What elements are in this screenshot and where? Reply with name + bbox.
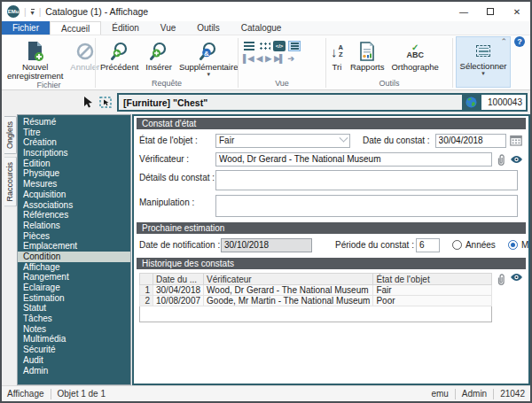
period-input[interactable] xyxy=(416,238,440,252)
select-region-tool-icon[interactable] xyxy=(99,97,112,108)
status-column-header[interactable]: État de l'objet xyxy=(373,274,492,285)
details-textarea[interactable] xyxy=(215,170,518,190)
pointer-tool-icon[interactable] xyxy=(83,97,93,108)
tab-catalogue[interactable]: Catalogue xyxy=(231,21,293,35)
insert-button[interactable]: Insérer xyxy=(142,38,176,72)
row-number-header[interactable] xyxy=(140,274,153,285)
object-status-dropdown[interactable]: Fair xyxy=(215,134,350,148)
table-row[interactable]: 130/04/2018Wood, Dr Gerard - The Nationa… xyxy=(140,285,492,296)
handling-textarea[interactable] xyxy=(215,195,518,217)
previous-query-button[interactable]: Précédent xyxy=(97,38,142,72)
tab-accueil[interactable]: Accueil xyxy=(50,21,101,35)
view-attachment-eye-icon[interactable] xyxy=(510,273,523,282)
sidebar-item-mesures[interactable]: Mesures xyxy=(18,179,130,190)
radio-years[interactable]: Années xyxy=(452,240,496,250)
insert-icon xyxy=(149,40,168,63)
sidebar-item-affichage[interactable]: Affichage xyxy=(18,262,130,273)
table-cell: 2 xyxy=(140,296,153,306)
tab-vue[interactable]: Vue xyxy=(150,21,186,35)
section-header-historique: Historique des constats xyxy=(137,258,526,269)
table-cell: 1 xyxy=(140,285,153,296)
sidebar-item-relations[interactable]: Relations xyxy=(18,221,130,231)
goto-record-icon[interactable]: ➔ xyxy=(287,54,294,63)
table-row[interactable]: 210/08/2007Goode, Mr Martin - The Nation… xyxy=(140,296,492,306)
object-status-value: Fair xyxy=(219,136,234,145)
sidebar-item-acquisition[interactable]: Acquisition xyxy=(18,190,130,200)
notify-date-input xyxy=(221,238,312,252)
quick-access-dropdown-icon[interactable]: ▾ xyxy=(31,9,35,17)
first-record-icon[interactable]: ▌◀ xyxy=(243,54,253,63)
sidebar-item-securite[interactable]: Sécurité xyxy=(18,345,130,355)
sidebar-item-eclairage[interactable]: Éclairage xyxy=(18,283,130,293)
tab-outils[interactable]: Outils xyxy=(186,21,231,35)
sort-icon: ↓AZ xyxy=(331,40,343,63)
new-record-button[interactable]: Nouvel enregistrement xyxy=(4,38,66,81)
list-view-icon[interactable] xyxy=(243,41,255,51)
previous-record-icon[interactable]: ◀ xyxy=(256,54,262,63)
maximize-button[interactable] xyxy=(477,2,504,21)
grid-view-icon[interactable] xyxy=(258,41,270,51)
attachment-icon[interactable] xyxy=(496,153,506,166)
sidebar-item-physique[interactable]: Physique xyxy=(18,168,130,179)
sort-label: Tri xyxy=(332,63,342,72)
spelling-label: Orthographe xyxy=(391,63,438,72)
details-view-icon[interactable] xyxy=(288,41,301,51)
title-bar: EMu | ▾ | Catalogue (1) - Affichage — ✕ xyxy=(2,2,530,21)
sidebar-item-references[interactable]: Références xyxy=(18,210,130,221)
tab-fichier[interactable]: Fichier xyxy=(2,21,50,35)
radio-months[interactable]: Mois xyxy=(508,240,530,250)
divider xyxy=(493,389,494,399)
globe-icon[interactable] xyxy=(462,95,480,110)
sidebar-item-inscriptions[interactable]: Inscriptions xyxy=(18,148,130,159)
sidebar-item-emplacement[interactable]: Emplacement xyxy=(18,241,130,252)
close-button[interactable]: ✕ xyxy=(504,2,530,21)
new-record-icon xyxy=(27,40,44,63)
collapse-ribbon-icon[interactable]: ⌃ xyxy=(500,37,507,46)
select-icon xyxy=(476,39,490,62)
sidebar-item-estimation[interactable]: Estimation xyxy=(18,293,130,304)
table-empty-row xyxy=(140,306,492,322)
reports-label: Rapports xyxy=(350,63,385,72)
view-attachment-eye-icon[interactable] xyxy=(510,155,523,164)
sidebar-item-audit[interactable]: Audit xyxy=(18,355,130,366)
ribbon-tab-row: Fichier Accueil Édition Vue Outils Catal… xyxy=(2,21,530,35)
sort-button[interactable]: ↓AZ Tri xyxy=(327,38,347,72)
reports-button[interactable]: Rapports xyxy=(347,38,388,72)
minimize-button[interactable]: — xyxy=(450,2,477,21)
sidebar-item-rangement[interactable]: Rangement xyxy=(18,272,130,283)
divider xyxy=(325,38,326,88)
object-status-label: État de l'objet : xyxy=(139,136,215,145)
sidebar-item-pieces[interactable]: Pièces xyxy=(18,231,130,242)
side-tab-raccourcis[interactable]: Raccourcis xyxy=(4,157,17,207)
sidebar-item-creation[interactable]: Création xyxy=(18,137,130,148)
tab-edition[interactable]: Édition xyxy=(101,21,150,35)
history-table-body: 130/04/2018Wood, Dr Gerard - The Nationa… xyxy=(140,285,492,322)
additional-query-button[interactable]: & Supplémentaire ▾ xyxy=(176,38,242,77)
sidebar-item-admin[interactable]: Admin xyxy=(18,366,130,376)
sidebar-item-associations[interactable]: Associations xyxy=(18,200,130,211)
main-area: Onglets Raccourcis RésuméTitreCréationIn… xyxy=(2,114,530,385)
side-tab-onglets[interactable]: Onglets xyxy=(4,116,17,154)
sidebar-item-notes[interactable]: Notes xyxy=(18,324,130,335)
sidebar-item-resume[interactable]: Résumé xyxy=(18,117,130,128)
spelling-button[interactable]: ✓ABC Orthographe xyxy=(387,38,442,72)
insert-label: Insérer xyxy=(145,63,172,72)
code-view-icon[interactable]: </> xyxy=(273,41,286,51)
date-column-header[interactable]: Date du ... xyxy=(153,274,204,285)
check-date-input[interactable] xyxy=(435,134,506,148)
last-record-icon[interactable]: ▶▌ xyxy=(274,54,284,63)
attachment-icon[interactable] xyxy=(496,273,506,285)
sidebar-item-multimedia[interactable]: Multimédia xyxy=(18,334,130,345)
sidebar-item-edition[interactable]: Édition xyxy=(18,159,130,169)
calendar-icon[interactable] xyxy=(510,135,522,146)
checker-column-header[interactable]: Vérificateur xyxy=(204,274,373,285)
sidebar-item-condition[interactable]: Condition xyxy=(18,252,130,262)
next-record-icon[interactable]: ▶ xyxy=(265,54,270,63)
sidebar-item-titre[interactable]: Titre xyxy=(18,128,130,138)
window-controls: — ✕ xyxy=(450,2,530,21)
help-icon[interactable]: ? xyxy=(514,36,525,47)
sidebar-item-statut[interactable]: Statut xyxy=(18,303,130,314)
group-label-outils: Outils xyxy=(327,79,451,89)
sidebar-item-taches[interactable]: Tâches xyxy=(18,314,130,324)
checker-input[interactable] xyxy=(215,152,492,167)
